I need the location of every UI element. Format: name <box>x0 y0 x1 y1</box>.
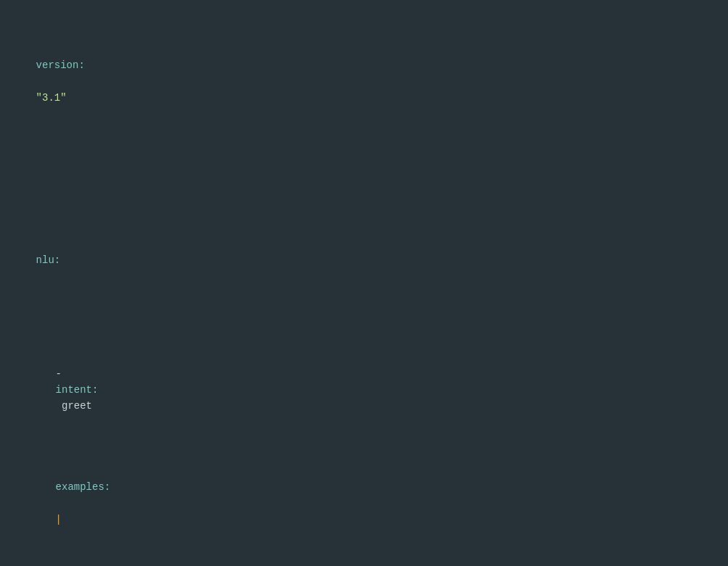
blank-line-1 <box>12 171 716 187</box>
pipe-greet: | <box>56 514 62 525</box>
intent-key-greet: intent: <box>56 384 99 396</box>
version-key: version: <box>36 59 85 71</box>
nlu-line: nlu: <box>12 236 716 284</box>
dash-intent-greet: - <box>56 368 68 380</box>
version-value: "3.1" <box>36 92 67 104</box>
examples-key-greet: examples: <box>56 481 111 493</box>
version-line: version: "3.1" <box>12 41 716 122</box>
examples-greet-line: examples: | <box>12 463 716 544</box>
examples-pipe-greet <box>56 498 62 509</box>
nlu-label: nlu: <box>36 254 61 266</box>
version-spacer <box>36 76 42 88</box>
intent-value-greet: greet <box>56 400 92 412</box>
intent-greet-line: - intent: greet <box>12 349 716 430</box>
code-editor: version: "3.1" nlu: - intent: greet exam… <box>12 9 716 566</box>
